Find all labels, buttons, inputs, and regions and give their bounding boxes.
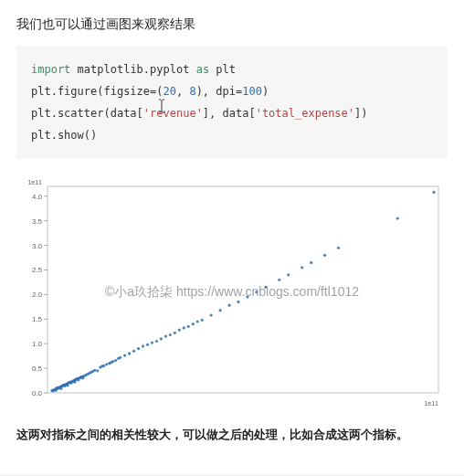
svg-point-93 xyxy=(192,323,195,325)
svg-point-100 xyxy=(246,295,248,298)
svg-point-84 xyxy=(151,342,153,344)
svg-text:0.5: 0.5 xyxy=(32,365,43,373)
code-keyword-as: as xyxy=(196,63,209,76)
code-string: 'total_expense' xyxy=(256,107,354,120)
svg-point-95 xyxy=(201,319,204,322)
svg-text:1e11: 1e11 xyxy=(424,400,438,407)
svg-point-107 xyxy=(323,254,326,257)
svg-point-90 xyxy=(178,329,181,332)
svg-point-103 xyxy=(278,279,280,281)
svg-point-74 xyxy=(111,360,114,363)
svg-point-106 xyxy=(310,261,312,264)
chart-svg: 0.00.51.01.52.02.53.03.54.01e111e11 xyxy=(16,175,448,413)
code-text: plt.scatter(data[ xyxy=(31,107,143,120)
svg-text:0.0: 0.0 xyxy=(32,389,43,397)
svg-point-105 xyxy=(301,266,303,269)
svg-point-78 xyxy=(123,354,126,357)
code-number: 100 xyxy=(242,85,262,98)
svg-point-88 xyxy=(169,333,172,336)
svg-point-110 xyxy=(432,191,435,194)
svg-text:4.0: 4.0 xyxy=(32,193,43,201)
code-keyword-import: import xyxy=(31,63,70,76)
code-text: ) xyxy=(262,85,269,98)
code-text: ), dpi= xyxy=(196,85,243,98)
svg-point-98 xyxy=(227,304,230,307)
svg-text:2.0: 2.0 xyxy=(32,291,43,299)
code-text: , xyxy=(176,85,189,98)
svg-point-66 xyxy=(93,369,96,372)
svg-point-70 xyxy=(102,365,105,367)
svg-point-82 xyxy=(142,344,144,347)
svg-text:3.0: 3.0 xyxy=(32,242,43,250)
page-shadow xyxy=(0,472,464,476)
code-text: plt.figure(figsize=( xyxy=(31,85,163,98)
code-block: import matplotlib.pyplot as plt plt.figu… xyxy=(16,46,448,159)
svg-point-71 xyxy=(105,363,108,365)
svg-point-101 xyxy=(255,291,258,293)
svg-point-83 xyxy=(146,344,149,346)
svg-rect-0 xyxy=(47,186,438,393)
svg-point-79 xyxy=(128,352,131,354)
svg-point-81 xyxy=(137,347,140,350)
svg-point-96 xyxy=(210,313,213,316)
code-string: 'revenue' xyxy=(143,107,203,120)
scatter-chart: 0.00.51.01.52.02.53.03.54.01e111e11 ©小a玖… xyxy=(16,175,448,413)
code-alias: plt xyxy=(216,63,236,76)
conclusion-text: 这两对指标之间的相关性较大，可以做之后的处理，比如合成这两个指标。 xyxy=(16,426,448,445)
code-module: matplotlib.pyplot xyxy=(78,63,190,76)
svg-point-109 xyxy=(396,217,399,219)
svg-point-77 xyxy=(119,356,121,359)
code-number: 20 xyxy=(163,85,176,98)
code-text: ], data[ xyxy=(203,107,256,120)
svg-text:1e11: 1e11 xyxy=(27,179,42,185)
svg-point-67 xyxy=(96,369,99,372)
svg-point-99 xyxy=(237,301,239,303)
svg-point-108 xyxy=(337,247,340,249)
svg-point-75 xyxy=(114,359,117,362)
svg-point-80 xyxy=(132,350,135,353)
svg-text:3.5: 3.5 xyxy=(32,217,43,226)
svg-point-91 xyxy=(183,326,185,329)
code-number: 8 xyxy=(189,85,195,98)
svg-text:1.5: 1.5 xyxy=(32,315,43,323)
code-text: ]) xyxy=(354,107,367,120)
code-text: plt.show() xyxy=(31,129,97,142)
svg-point-87 xyxy=(164,335,167,338)
svg-text:2.5: 2.5 xyxy=(32,266,43,274)
svg-point-92 xyxy=(187,325,190,328)
svg-point-89 xyxy=(174,332,176,334)
intro-text: 我们也可以通过画图来观察结果 xyxy=(16,16,448,33)
svg-point-102 xyxy=(264,286,267,289)
svg-point-86 xyxy=(160,337,163,340)
svg-point-85 xyxy=(155,340,158,343)
document-page: 我们也可以通过画图来观察结果 import matplotlib.pyplot … xyxy=(0,0,464,476)
svg-point-94 xyxy=(196,320,199,323)
svg-point-104 xyxy=(287,273,290,276)
svg-text:1.0: 1.0 xyxy=(32,340,43,348)
svg-point-97 xyxy=(219,309,222,312)
